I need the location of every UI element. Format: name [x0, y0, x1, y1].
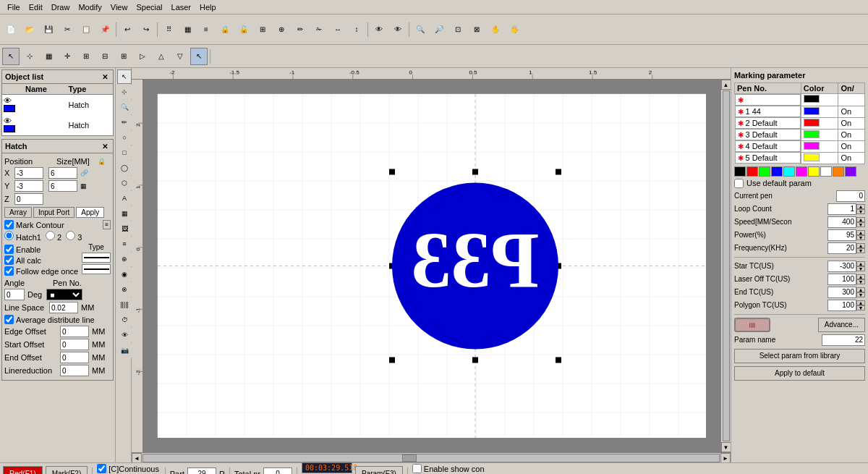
y-position-input[interactable] [14, 180, 43, 192]
menu-laser[interactable]: Laser [167, 1, 196, 13]
current-pen-input[interactable] [836, 190, 865, 202]
undo-btn[interactable]: ↩ [119, 21, 136, 38]
type-line2[interactable] [82, 264, 111, 274]
tool-hatch[interactable]: ≡ [117, 237, 132, 251]
tb-unknown3[interactable]: ▽ [171, 48, 189, 65]
paste-btn[interactable]: 📌 [96, 21, 114, 38]
continuous-check[interactable] [97, 464, 106, 473]
new-btn[interactable]: 📄 [2, 21, 20, 38]
angle-input[interactable] [4, 289, 25, 300]
type-line1[interactable] [82, 253, 111, 263]
scroll-down-btn[interactable]: ▼ [721, 442, 731, 452]
scroll-right-btn[interactable]: ► [720, 453, 731, 462]
laser-off-tc-input[interactable] [827, 274, 856, 285]
align-btn[interactable]: ⊞ [254, 21, 271, 38]
menu-file[interactable]: File [3, 1, 25, 13]
hatch-close[interactable]: ✕ [100, 141, 110, 151]
menu-help[interactable]: Help [195, 1, 221, 13]
scroll-thumb-h[interactable] [402, 454, 417, 462]
eye-btn[interactable]: 👁 [370, 21, 388, 38]
line-space-input[interactable] [49, 302, 78, 313]
zoom-fit-btn[interactable]: ⊡ [449, 21, 467, 38]
obj-row-2[interactable]: 👁 Hatch [2, 115, 113, 135]
pen-row-3[interactable]: ✱ 3 Default On [735, 129, 865, 140]
object-list-close[interactable]: ✕ [100, 72, 110, 82]
scroll-up-btn[interactable]: ▲ [721, 80, 731, 90]
scroll-thumb-v[interactable] [723, 90, 730, 441]
select-param-btn[interactable]: Select param from library [734, 349, 865, 363]
etc-spin-up[interactable]: ▲ [856, 287, 865, 292]
power-spin-up[interactable]: ▲ [856, 230, 865, 235]
lotc-spin-up[interactable]: ▲ [856, 274, 865, 279]
hatch3-radio[interactable] [66, 231, 75, 240]
linereduction-input[interactable] [60, 365, 89, 376]
hatch-btn[interactable]: ≡ [197, 21, 215, 38]
pen-row-1[interactable]: ✱ 1 44 On [735, 106, 865, 117]
save-btn[interactable]: 💾 [40, 21, 57, 38]
tool-text[interactable]: A [117, 191, 132, 206]
pen-row-4[interactable]: ✱ 4 Default On [735, 140, 865, 152]
palette-color-6[interactable] [808, 166, 820, 177]
copy-btn[interactable]: 📋 [77, 21, 95, 38]
menu-draw[interactable]: Draw [47, 1, 75, 13]
tool-image[interactable]: 🖼 [117, 221, 132, 236]
enable-check[interactable] [4, 245, 14, 254]
hand-btn[interactable]: 🖐 [506, 21, 523, 38]
loop-spin-down[interactable]: ▼ [856, 209, 865, 214]
power-input[interactable] [827, 229, 856, 241]
palette-color-9[interactable] [845, 166, 856, 177]
end-tc-input[interactable] [827, 287, 856, 298]
obj-row-1[interactable]: 👁 Hatch [2, 95, 113, 115]
main-canvas[interactable] [143, 80, 720, 452]
pen-row-5[interactable]: ✱ 5 Default On [735, 152, 865, 164]
flip-btn[interactable]: ↕ [348, 21, 365, 38]
menu-edit[interactable]: Edit [25, 1, 47, 13]
speed-spin-up[interactable]: ▲ [856, 217, 865, 222]
mirror-btn[interactable]: ↔ [329, 21, 346, 38]
hatch1-radio[interactable] [4, 231, 14, 240]
edge-offset-input[interactable] [60, 326, 89, 337]
power-spin-down[interactable]: ▼ [856, 235, 865, 240]
x-size-input[interactable] [48, 167, 77, 179]
array-tab[interactable]: Array [4, 207, 32, 218]
tb-unknown2[interactable]: △ [153, 48, 170, 65]
tool-barcode[interactable]: ▦ [117, 206, 132, 221]
align2-btn[interactable]: ⊟ [96, 48, 114, 65]
use-default-check[interactable] [734, 179, 744, 188]
stc-spin-down[interactable]: ▼ [856, 266, 865, 271]
hatch2-radio[interactable] [46, 231, 55, 240]
unlock-btn[interactable]: 🔓 [235, 21, 252, 38]
palette-color-1[interactable] [746, 166, 758, 177]
red-btn[interactable]: Red(F1) [3, 466, 43, 475]
y-size-input[interactable] [48, 180, 77, 192]
cut2-btn[interactable]: ✁ [310, 21, 328, 38]
select-btn[interactable]: ↖ [2, 48, 20, 65]
palette-color-4[interactable] [783, 166, 795, 177]
tool-unknown3[interactable]: ⊗ [117, 282, 132, 297]
speed-input[interactable] [827, 216, 856, 228]
menu-special[interactable]: Special [132, 1, 166, 13]
freq-spin-down[interactable]: ▼ [856, 248, 865, 253]
start-offset-input[interactable] [60, 339, 89, 350]
tool-eye3[interactable]: 👁 [117, 328, 132, 342]
all-calc-check[interactable] [4, 255, 14, 265]
tool-poly[interactable]: ⬡ [117, 176, 132, 190]
stc-spin-up[interactable]: ▲ [856, 261, 865, 266]
input-port-tab[interactable]: Input Port [33, 207, 75, 218]
palette-color-7[interactable] [820, 166, 832, 177]
cut-btn[interactable]: ✂ [59, 21, 76, 38]
zoom-out-btn[interactable]: 🔎 [430, 21, 448, 38]
node-btn[interactable]: ⊹ [21, 48, 38, 65]
array-btn[interactable]: ▦ [179, 21, 196, 38]
lock-btn[interactable]: 🔒 [216, 21, 234, 38]
redo-btn[interactable]: ↪ [137, 21, 155, 38]
speed-spin-down[interactable]: ▼ [856, 222, 865, 227]
loop-spin-up[interactable]: ▲ [856, 204, 865, 209]
frequency-input[interactable] [827, 242, 856, 254]
grid-btn[interactable]: ▦ [40, 48, 57, 65]
apply-tab[interactable]: Apply [76, 207, 104, 218]
advance-button[interactable]: Advance... [818, 318, 865, 332]
total-input[interactable] [263, 467, 292, 475]
enable-show-check[interactable] [412, 464, 422, 473]
end-offset-input[interactable] [60, 352, 89, 363]
